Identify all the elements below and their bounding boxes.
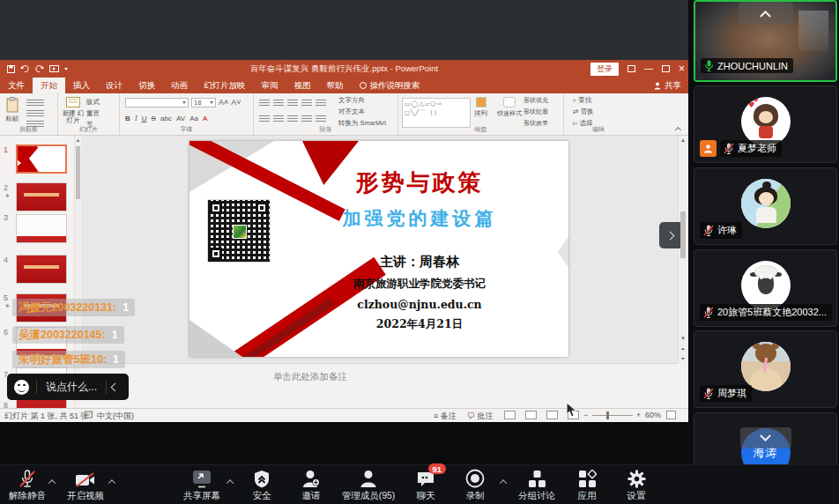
ppt-share-button[interactable]: 共享 [654,78,681,93]
record-button[interactable]: 录制 [453,469,497,502]
line-spacing-button[interactable] [316,99,326,106]
shape-fill-button[interactable]: 形状填充 [523,96,548,105]
canvas-scrollbar[interactable]: ▲ ▼ ⏶ ⏷ [678,136,687,363]
slide-thumbnail-4[interactable] [16,255,67,284]
record-options-chevron[interactable] [501,479,508,486]
share-screen-button[interactable]: 共享屏幕 [174,469,229,502]
restore-button[interactable] [662,65,670,72]
justify-button[interactable] [301,115,312,122]
zoom-slider-handle[interactable] [606,411,609,419]
previous-slide-button[interactable]: ⏶ [679,345,687,354]
tab-file[interactable]: 文件 [0,78,33,93]
slide-thumbnail-2[interactable] [16,182,67,211]
align-text-button[interactable]: 对齐文本 [338,107,386,116]
scroll-up-arrow[interactable]: ▲ [679,136,687,145]
emoji-icon[interactable] [14,380,29,395]
bold-button[interactable]: B [125,115,130,122]
slideshow-from-start-icon[interactable] [49,65,59,73]
tell-me-search[interactable]: 操作说明搜索 [352,78,428,93]
participant-tile[interactable]: ZHOUCHUNLIN [694,0,837,82]
settings-button[interactable]: 设置 [615,469,657,502]
align-center-button[interactable] [273,115,284,122]
scroll-up-arrow[interactable]: ▲ [75,136,81,145]
grow-font-button[interactable]: A˄ [219,98,228,107]
mute-options-chevron[interactable] [49,479,56,486]
numbering-button[interactable] [273,99,284,106]
replace-button[interactable]: ⇄ 替换 [573,107,593,116]
login-button[interactable]: 登录 [590,63,619,76]
italic-button[interactable]: I [135,115,137,122]
tab-review[interactable]: 审阅 [254,78,286,93]
strikethrough-button[interactable]: S [152,115,156,122]
decrease-indent-button[interactable] [287,99,298,106]
qat-dropdown-icon[interactable] [64,68,68,70]
shrink-font-button[interactable]: A˅ [231,98,241,107]
unmute-button[interactable]: 解除静音 [2,469,53,502]
redo-icon[interactable] [35,65,44,73]
font-size-combo[interactable]: 18 [191,98,216,107]
collapse-chat-icon[interactable] [111,382,120,391]
fit-to-window-button[interactable] [666,411,676,419]
font-color-button[interactable]: A [203,115,207,122]
sidebar-collapse-handle[interactable] [659,222,680,248]
notes-toggle[interactable]: ≡ 备注 [434,411,457,422]
share-options-chevron[interactable] [227,479,234,486]
start-video-button[interactable]: 开启视频 [60,469,111,502]
new-slide-button[interactable]: 新建 幻灯片 [62,97,85,124]
bullets-button[interactable] [259,99,270,106]
ribbon-display-options-icon[interactable] [627,65,635,72]
character-spacing-button[interactable]: AV [176,115,185,122]
participant-tile[interactable]: 20旅管5班蔡文艳20032... [694,249,837,327]
manage-members-button[interactable]: 管理成员(95) [337,469,400,502]
increase-indent-button[interactable] [301,99,312,106]
chat-button[interactable]: 91 聊天 [404,469,448,502]
tile-expand-control[interactable] [739,2,793,25]
slide-canvas[interactable]: 形势与政策 加强党的建设篇 主讲：周春林 南京旅游职业学院党委书记 clzhou… [81,136,678,363]
copy-button[interactable] [26,109,44,116]
tab-slideshow[interactable]: 幻灯片放映 [196,78,254,93]
breakout-rooms-button[interactable]: 分组讨论 [511,469,562,502]
spellcheck-icon[interactable] [85,411,93,420]
minimize-button[interactable]: — [644,60,653,78]
font-name-combo[interactable] [125,98,189,107]
text-shadow-button[interactable]: abc [160,115,172,122]
arrange-button[interactable]: 排列 [474,97,487,118]
participant-tile[interactable]: 海涛 [694,412,837,464]
columns-button[interactable] [316,115,326,122]
zoom-level[interactable]: 60% [645,411,661,419]
shapes-gallery[interactable]: ▭◯△▱⬠⇨◻╲╱⌒｛｝ [402,98,471,128]
next-slide-button[interactable]: ⏷ [679,354,687,364]
apps-button[interactable]: 应用 [566,469,608,502]
slide-thumbnail-3[interactable] [16,214,67,243]
tab-transitions[interactable]: 切换 [130,78,163,93]
zoom-out-button[interactable]: − [583,411,588,419]
slide-thumbnail-8[interactable] [16,399,67,408]
invite-button[interactable]: 邀请 [291,469,331,502]
security-button[interactable]: 安全 [240,469,284,502]
language-indicator[interactable]: 中文(中国) [97,411,134,422]
comments-toggle[interactable]: 🗩 批注 [467,411,494,422]
tile-collapse-control[interactable] [740,427,791,448]
participant-tile[interactable]: 许琳 [694,167,837,245]
text-direction-button[interactable]: 文字方向 [338,96,386,105]
change-case-button[interactable]: Aa [189,115,198,122]
undo-icon[interactable] [20,65,30,73]
save-icon[interactable] [7,65,15,73]
find-button[interactable]: ⌕ 查找 [573,96,593,105]
slide-thumbnail-1[interactable] [16,145,67,174]
collapse-ribbon-button[interactable] [676,126,683,133]
slide-sorter-view-button[interactable] [525,411,537,419]
chat-input-placeholder[interactable]: 说点什么... [37,380,106,395]
scroll-down-arrow[interactable]: ▼ [679,334,687,344]
quick-styles-button[interactable]: 快速样式 [497,97,522,118]
cut-button[interactable] [26,99,44,106]
zoom-in-button[interactable]: + [636,411,641,419]
paste-button[interactable]: 粘贴 [5,97,19,123]
align-left-button[interactable] [259,115,270,122]
underline-button[interactable]: U [142,115,147,122]
shape-outline-button[interactable]: 形状轮廓 [523,107,548,116]
tab-design[interactable]: 设计 [98,78,130,93]
layout-button[interactable]: 版式 [86,98,100,107]
align-right-button[interactable] [287,115,298,122]
reset-button[interactable]: 重置 [86,109,100,118]
